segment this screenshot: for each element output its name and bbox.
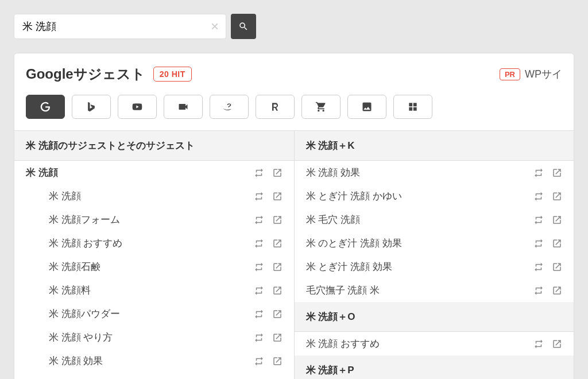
- external-link-icon[interactable]: [552, 168, 562, 178]
- list-item[interactable]: 米 のとぎ汁 洗顔 効果: [295, 231, 574, 255]
- page-title: Googleサジェスト: [26, 65, 145, 83]
- list-item[interactable]: 米 洗顔料: [14, 279, 294, 302]
- external-link-icon[interactable]: [552, 285, 562, 296]
- bing-icon: [86, 101, 97, 113]
- list-item[interactable]: 米 洗顔 おすすめ: [14, 231, 294, 255]
- search-icon: [238, 21, 249, 32]
- retweet-icon[interactable]: [254, 191, 264, 202]
- suggest-text: 米 洗顔 やり方: [49, 331, 254, 344]
- tab-bing[interactable]: [72, 95, 111, 119]
- retweet-icon[interactable]: [254, 285, 264, 296]
- list-item[interactable]: 米 毛穴 洗顔: [295, 208, 574, 231]
- suggest-text: 米 毛穴 洗顔: [306, 213, 534, 226]
- list-item[interactable]: 米 とぎ汁 洗顔 かゆい: [295, 184, 574, 208]
- suggest-text: 米 とぎ汁 洗顔 かゆい: [306, 190, 534, 203]
- suggest-text: 米 洗顔 効果: [49, 354, 254, 368]
- external-link-icon[interactable]: [272, 191, 283, 202]
- external-link-icon[interactable]: [552, 339, 562, 349]
- list-item[interactable]: 米 とぎ汁 洗顔 効果: [295, 255, 574, 279]
- external-link-icon[interactable]: [552, 215, 562, 225]
- image-icon: [361, 101, 373, 113]
- list-item[interactable]: 米 洗顔 やり方: [14, 326, 294, 349]
- tab-grid[interactable]: [393, 95, 432, 119]
- hit-badge: 20 HIT: [153, 67, 192, 82]
- rakuten-icon: [269, 101, 281, 113]
- retweet-icon[interactable]: [254, 262, 264, 272]
- suggest-text: 米 洗顔パウダー: [49, 307, 254, 320]
- retweet-icon[interactable]: [254, 356, 264, 366]
- tab-video[interactable]: [164, 95, 203, 119]
- external-link-icon[interactable]: [272, 168, 283, 178]
- list-item[interactable]: 米 洗顔石鹸: [14, 255, 294, 279]
- external-link-icon[interactable]: [552, 262, 562, 272]
- tab-google[interactable]: [26, 95, 65, 119]
- suggest-text: 米 洗顔: [49, 190, 254, 203]
- external-link-icon[interactable]: [272, 238, 283, 249]
- retweet-icon[interactable]: [533, 191, 544, 202]
- grid-icon: [407, 101, 419, 113]
- retweet-icon[interactable]: [254, 332, 264, 343]
- list-item[interactable]: 米 洗顔パウダー: [14, 302, 294, 326]
- list-item[interactable]: 米 洗顔 効果: [14, 349, 294, 373]
- tab-shopping[interactable]: [301, 95, 341, 119]
- list-item[interactable]: 米 洗顔 効果: [295, 161, 574, 184]
- google-icon: [40, 101, 51, 113]
- list-item[interactable]: 米 洗顔: [14, 184, 294, 208]
- cart-icon: [315, 101, 327, 113]
- section-header: 米 洗顔＋P: [295, 355, 574, 379]
- suggest-text: 米 洗顔 おすすめ: [306, 337, 534, 350]
- pr-badge: PR: [500, 68, 520, 80]
- suggest-text: 毛穴撫子 洗顔 米: [306, 284, 534, 297]
- external-link-icon[interactable]: [552, 191, 562, 202]
- list-item[interactable]: 米 とぎ汁 洗顔 かゆい: [14, 373, 294, 379]
- section-header: 米 洗顔＋K: [295, 131, 574, 161]
- suggest-card: Googleサジェスト 20 HIT PR WPサイ 米 洗顔のサジェストとその…: [14, 53, 574, 379]
- search-input[interactable]: [22, 21, 203, 33]
- retweet-icon[interactable]: [254, 238, 264, 249]
- suggest-text: 米 洗顔: [26, 166, 254, 179]
- suggest-text: 米 とぎ汁 洗顔 効果: [306, 260, 534, 273]
- video-icon: [177, 101, 189, 113]
- section-header: 米 洗顔のサジェストとそのサジェスト: [14, 131, 294, 161]
- suggest-text: 米 のとぎ汁 洗顔 効果: [306, 237, 534, 250]
- section-header: 米 洗顔＋O: [295, 302, 574, 332]
- retweet-icon[interactable]: [533, 339, 544, 349]
- list-item[interactable]: 米 洗顔 おすすめ: [295, 332, 574, 355]
- external-link-icon[interactable]: [272, 285, 283, 296]
- suggest-text: 米 洗顔料: [49, 284, 254, 297]
- list-item[interactable]: 米 洗顔フォーム: [14, 208, 294, 231]
- suggest-text: 米 洗顔 おすすめ: [49, 237, 254, 250]
- column-right: 米 洗顔＋K米 洗顔 効果米 とぎ汁 洗顔 かゆい米 毛穴 洗顔米 のとぎ汁 洗…: [294, 131, 574, 379]
- external-link-icon[interactable]: [272, 332, 283, 343]
- retweet-icon[interactable]: [254, 168, 264, 178]
- suggest-text: 米 洗顔 効果: [306, 166, 534, 179]
- retweet-icon[interactable]: [533, 168, 544, 178]
- external-link-icon[interactable]: [272, 309, 283, 319]
- tab-youtube[interactable]: [118, 95, 157, 119]
- tab-image[interactable]: [347, 95, 386, 119]
- list-item[interactable]: 米 洗顔: [14, 161, 294, 184]
- retweet-icon[interactable]: [533, 262, 544, 272]
- tab-rakuten[interactable]: [256, 95, 295, 119]
- youtube-icon: [131, 101, 143, 113]
- suggest-text: 米 洗顔石鹸: [49, 260, 254, 273]
- external-link-icon[interactable]: [272, 262, 283, 272]
- retweet-icon[interactable]: [533, 238, 544, 249]
- tab-amazon[interactable]: [210, 95, 249, 119]
- column-left: 米 洗顔のサジェストとそのサジェスト 米 洗顔米 洗顔米 洗顔フォーム米 洗顔 …: [14, 131, 294, 379]
- close-icon[interactable]: ×: [211, 18, 219, 34]
- retweet-icon[interactable]: [254, 215, 264, 225]
- list-item[interactable]: 毛穴撫子 洗顔 米: [295, 279, 574, 302]
- amazon-icon: [223, 101, 235, 113]
- search-container: ×: [14, 14, 226, 39]
- external-link-icon[interactable]: [552, 238, 562, 249]
- external-link-icon[interactable]: [272, 215, 283, 225]
- search-button[interactable]: [231, 14, 256, 39]
- retweet-icon[interactable]: [533, 285, 544, 296]
- retweet-icon[interactable]: [533, 215, 544, 225]
- retweet-icon[interactable]: [254, 309, 264, 319]
- pr-text[interactable]: WPサイ: [525, 67, 562, 81]
- external-link-icon[interactable]: [272, 356, 283, 366]
- suggest-text: 米 洗顔フォーム: [49, 213, 254, 226]
